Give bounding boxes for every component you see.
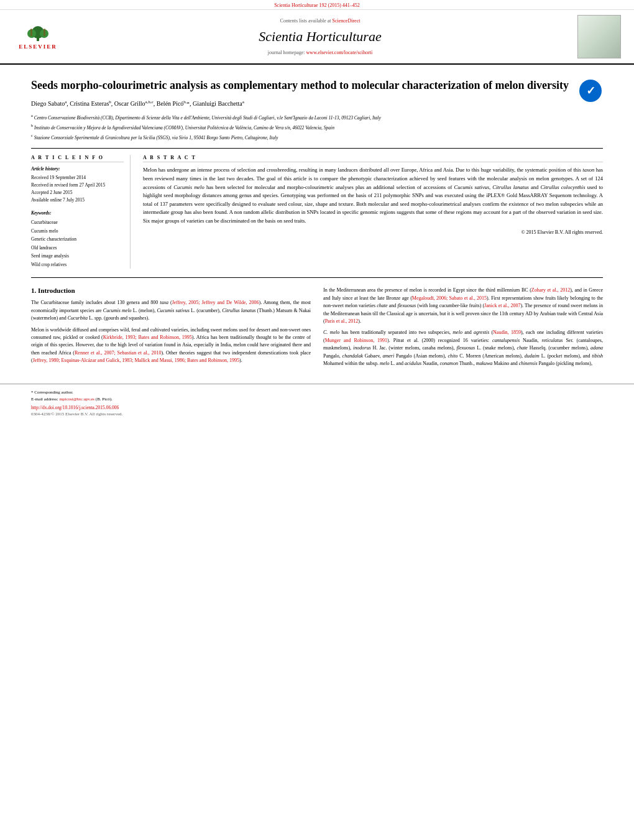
affiliation-b: b Instituto de Conservación y Mejora de … <box>31 122 572 131</box>
keywords-list: Cucurbitaceae Cucumis melo Genetic chara… <box>31 218 124 269</box>
email-person: (B. Picó). <box>96 397 113 402</box>
elsevier-logo: ELSEVIER <box>13 21 63 52</box>
page-footer: * Corresponding author. E-mail address: … <box>0 384 634 422</box>
keyword-4: Old landraces <box>31 244 124 252</box>
ref-megaloud[interactable]: Megaloudī, 2006; Sabato et al., 2015 <box>412 295 487 301</box>
article-title: Seeds morpho-colourimetric analysis as c… <box>31 78 572 93</box>
intro-para-2: Melon is worldwide diffused and comprise… <box>31 326 311 365</box>
article-history-label: Article history: <box>31 166 124 172</box>
homepage-url[interactable]: www.elsevier.com/locate/scihorti <box>306 50 373 55</box>
doi-link[interactable]: http://dx.doi.org/10.1016/j.scienta.2015… <box>31 405 119 410</box>
ref-paris[interactable]: Paris et al., 2012 <box>325 318 359 324</box>
crossmark-logo: ✓ <box>578 78 603 103</box>
section-divider <box>31 277 603 278</box>
intro-para-4: C. melo has been traditionally separated… <box>323 329 603 367</box>
doi-line: http://dx.doi.org/10.1016/j.scienta.2015… <box>31 405 603 410</box>
elsevier-label: ELSEVIER <box>19 44 57 50</box>
article-info-heading: A R T I C L E I N F O <box>31 155 124 162</box>
page-wrapper: Scientia Horticulturae 192 (2015) 441–45… <box>0 0 634 840</box>
issn-line: 0304-4238/© 2015 Elsevier B.V. All right… <box>31 412 603 417</box>
ref-zohary[interactable]: Zohary et al., 2012 <box>531 287 570 293</box>
affiliation-a: a Centro Conservazione Biodiversità (CCB… <box>31 113 572 121</box>
journal-title: Scientia Horticulturae <box>259 29 381 45</box>
sciencedirect-line: Contents lists available at ScienceDirec… <box>280 18 361 24</box>
ref-jeffrey-1980[interactable]: Jeffrey, 1980; Esquinas-Alcázar and Guli… <box>33 358 239 363</box>
svg-rect-4 <box>30 29 32 36</box>
info-abstract-row: A R T I C L E I N F O Article history: R… <box>31 155 603 269</box>
sciencedirect-link[interactable]: ScienceDirect <box>333 18 361 24</box>
ref-janick[interactable]: Janick et al., 2007 <box>484 303 520 308</box>
homepage-label: journal homepage: <box>268 50 305 55</box>
keywords-label: Keywords: <box>31 210 124 216</box>
copyright: © 2015 Elsevier B.V. All rights reserved… <box>143 229 603 235</box>
article-info-col: A R T I C L E I N F O Article history: R… <box>31 155 131 269</box>
intro-para-1: The Cucurbitaceae family includes about … <box>31 299 311 322</box>
intro-title: Introduction <box>38 287 75 294</box>
abstract-text: Melon has undergone an intense process o… <box>143 166 603 225</box>
journal-ref: Scientia Horticulturae 192 (2015) 441–45… <box>274 2 360 8</box>
journal-thumb-block <box>574 15 624 58</box>
intro-number: 1. <box>31 287 36 294</box>
affiliations: a Centro Conservazione Biodiversità (CCB… <box>31 113 572 141</box>
online-date: Available online 7 July 2015 <box>31 196 124 204</box>
received-date: Received 19 September 2014 <box>31 174 124 182</box>
abstract-col: A B S T R A C T Melon has undergone an i… <box>143 155 603 269</box>
accepted-date: Accepted 2 June 2015 <box>31 189 124 196</box>
footnote: * Corresponding author. <box>31 389 603 396</box>
ref-jeffrey-2005[interactable]: Jeffrey, 2005; Jeffrey and De Wilde, 200… <box>172 300 259 305</box>
journal-homepage: journal homepage: www.elsevier.com/locat… <box>268 50 372 55</box>
article-title-section: Seeds morpho-colourimetric analysis as c… <box>31 71 603 149</box>
ref-renner[interactable]: Renner et al., 2007; Sebastian et al., 2… <box>75 350 161 356</box>
journal-thumb-img <box>578 16 620 58</box>
keyword-5: Seed image analysis <box>31 252 124 261</box>
body-col-right: In the Mediterranean area the presence o… <box>323 287 603 371</box>
ref-munger[interactable]: Munger and Robinson, 1991 <box>325 338 387 343</box>
body-text: 1. Introduction The Cucurbitaceae family… <box>31 287 603 371</box>
ref-kirkbride[interactable]: Kirkbride, 1993; Bates and Robinson, 199… <box>103 335 192 340</box>
svg-rect-5 <box>44 29 45 36</box>
ref-naudin[interactable]: Naudin, 1859 <box>493 330 521 335</box>
abstract-heading: A B S T R A C T <box>143 155 603 162</box>
journal-center: Contents lists available at ScienceDirec… <box>66 15 574 58</box>
top-bar: Scientia Horticulturae 192 (2015) 441–45… <box>0 0 634 10</box>
intro-heading: 1. Introduction <box>31 287 311 294</box>
article-title-block: Seeds morpho-colourimetric analysis as c… <box>31 78 578 142</box>
keyword-3: Genetic characterization <box>31 235 124 244</box>
keywords-section: Keywords: Cucurbitaceae Cucumis melo Gen… <box>31 210 124 269</box>
journal-header: ELSEVIER Contents lists available at Sci… <box>0 10 634 65</box>
journal-thumbnail <box>577 15 621 58</box>
contents-label: Contents lists available at <box>280 18 331 24</box>
main-content: Seeds morpho-colourimetric analysis as c… <box>0 65 634 377</box>
elsevier-tree-icon <box>25 24 50 42</box>
email-footnote: E-mail address: mpicosi@btc.upv.es (B. P… <box>31 396 603 403</box>
affiliation-c: c Stazione Consorziale Sperimentale di G… <box>31 132 572 141</box>
corresponding-label: * Corresponding author. <box>31 390 73 395</box>
crossmark-icon: ✓ <box>579 80 602 102</box>
revised-date: Received in revised form 27 April 2015 <box>31 182 124 189</box>
keyword-1: Cucurbitaceae <box>31 218 124 227</box>
email-link[interactable]: mpicosi@btc.upv.es <box>60 397 95 402</box>
elsevier-logo-block: ELSEVIER <box>10 15 66 58</box>
article-dates: Received 19 September 2014 Received in r… <box>31 174 124 204</box>
authors: Diego Sabatoa, Cristina Esterasb, Oscar … <box>31 99 572 109</box>
keyword-2: Cucumis melo <box>31 227 124 236</box>
body-col-left: 1. Introduction The Cucurbitaceae family… <box>31 287 311 371</box>
keyword-6: Wild crop relatives <box>31 261 124 269</box>
intro-para-3: In the Mediterranean area the presence o… <box>323 287 603 325</box>
email-label: E-mail address: <box>31 397 58 402</box>
